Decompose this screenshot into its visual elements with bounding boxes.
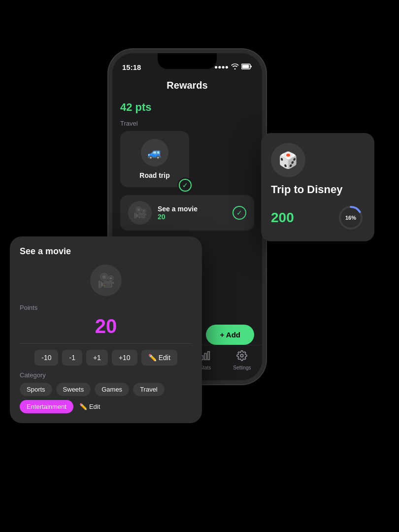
add-button[interactable]: + Add [206,325,254,345]
category-label: Category [20,371,192,379]
nav-settings[interactable]: Settings [233,350,251,370]
road-trip-check[interactable]: ✓ [177,177,193,193]
minus-ten-btn[interactable]: -10 [34,350,58,366]
edit-label: Edit [159,354,170,362]
category-tags: Sports Sweets Games Travel Entertainment… [20,383,192,413]
progress-circle: 16% [337,204,365,232]
svg-rect-5 [208,352,210,360]
disney-card: 🎲 Trip to Disney 200 16% [261,133,374,241]
disney-title: Trip to Disney [271,183,365,196]
checkmark-icon: ✓ [179,179,192,192]
rewards-row: 🚙 Road trip ✓ [120,131,254,187]
cat-pencil-icon: ✏️ [79,403,87,410]
settings-icon [236,350,247,364]
see-movie-card[interactable]: 🎥 See a movie 20 ✓ [120,195,254,231]
svg-rect-4 [204,353,206,360]
points-edit-btn[interactable]: ✏️ Edit [141,350,177,366]
edit-card-title: See a movie [20,246,192,257]
points-label: Points [20,304,192,311]
tag-sweets[interactable]: Sweets [56,383,91,396]
road-trip-name: Road trip [139,171,169,179]
travel-label: Travel [120,120,254,127]
points-value: 20 [20,315,192,337]
edit-card: See a movie 🎥 Points 20 -10 -1 +1 +10 ✏️… [10,236,202,423]
movie-info: See a movie 20 [158,205,227,221]
tag-games[interactable]: Games [95,383,129,396]
total-points: 42 pts [120,97,254,118]
category-edit-btn[interactable]: ✏️ Edit [79,403,100,410]
status-icons: ●●●● [214,64,252,71]
tag-travel[interactable]: Travel [133,383,165,396]
plus-ten-btn[interactable]: +10 [112,350,137,366]
minus-one-btn[interactable]: -1 [62,350,82,366]
svg-rect-1 [242,65,249,68]
disney-points: 200 [271,210,294,226]
road-trip-card[interactable]: 🚙 Road trip ✓ [120,131,189,187]
movie-icon-sm: 🎥 [128,201,152,225]
svg-point-6 [241,354,244,357]
edit-movie-icon: 🎥 [90,265,122,296]
phone-notch [158,53,217,69]
movie-name: See a movie [158,205,227,213]
pencil-icon: ✏️ [148,354,157,362]
page-title: Rewards [120,75,254,97]
cat-edit-label: Edit [89,403,100,410]
disney-icon: 🎲 [271,143,305,177]
tag-sports[interactable]: Sports [20,383,52,396]
divider [20,343,192,344]
road-trip-icon: 🚙 [141,139,168,166]
status-time: 15:18 [122,63,141,71]
wifi-icon [231,64,239,71]
movie-check[interactable]: ✓ [233,206,246,220]
battery-icon [241,64,252,71]
points-controls: -10 -1 +1 +10 ✏️ Edit [20,350,192,366]
plus-one-btn[interactable]: +1 [86,350,108,366]
disney-bottom: 200 16% [271,204,365,232]
nav-settings-label: Settings [233,365,251,370]
tag-entertainment[interactable]: Entertainment [20,400,73,413]
signal-icon: ●●●● [214,64,229,70]
progress-text: 16% [345,215,356,221]
movie-points: 20 [158,213,227,221]
